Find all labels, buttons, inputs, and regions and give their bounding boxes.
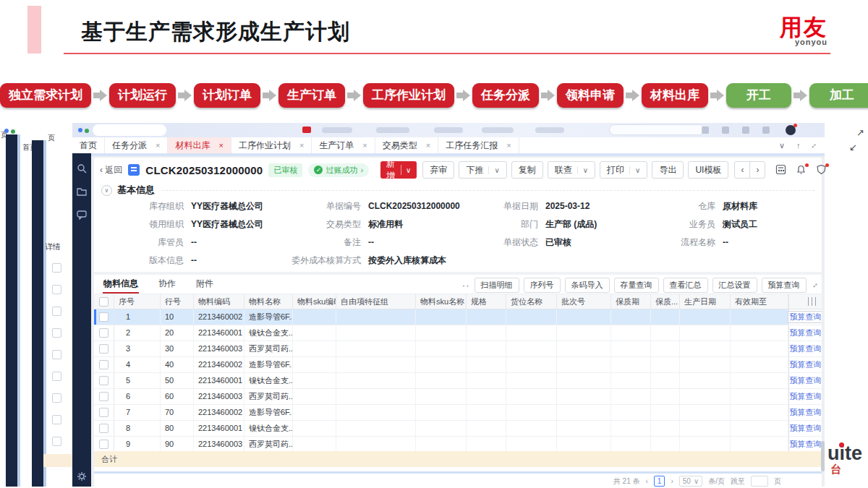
calculator-icon[interactable] (775, 164, 787, 176)
filter-icon[interactable] (808, 297, 816, 306)
grid-toolbar-button[interactable]: 条码导入 (565, 278, 610, 293)
page-size-select[interactable]: 50∨ (679, 476, 702, 487)
budget-query-link[interactable]: 预算查询 (790, 357, 822, 372)
back-button[interactable]: ‹ 返回 (100, 164, 122, 176)
column-header[interactable]: 规格 (467, 294, 506, 309)
column-header[interactable]: 物料名称 (244, 294, 293, 309)
row-checkbox[interactable] (94, 389, 114, 404)
jump-page-input[interactable] (751, 476, 768, 487)
toolbar-button[interactable]: 联查 ∨ (548, 161, 595, 179)
row-checkbox[interactable] (94, 373, 114, 388)
grid-toolbar-button[interactable]: 预算查询 (762, 278, 807, 293)
column-header[interactable]: 自由项特征组 (336, 294, 416, 309)
toolbar-button[interactable]: 下推 ∨ (459, 161, 506, 179)
column-filter-cell[interactable] (788, 294, 822, 309)
chevron-down-icon[interactable]: ∨ (779, 141, 785, 150)
budget-query-link[interactable]: 预算查询 (790, 373, 822, 388)
budget-query-link[interactable]: 预算查询 (790, 341, 822, 356)
new-button[interactable]: 新增∨ (380, 161, 417, 179)
shield-icon[interactable] (816, 164, 827, 176)
global-search-input[interactable] (609, 124, 705, 135)
grid-toolbar-button[interactable]: 存量查询 (614, 278, 659, 293)
budget-query-link[interactable]: 预算查询 (790, 405, 822, 420)
close-tab-icon[interactable]: × (362, 141, 367, 150)
budget-query-link[interactable]: 预算查询 (790, 437, 822, 451)
fullscreen-icon[interactable]: ↕ (811, 281, 820, 289)
column-header[interactable]: 物料sku名称 (416, 294, 467, 309)
table-row[interactable]: 9 90 2213460003 西罗莫司药... (94, 437, 822, 451)
budget-query-link[interactable]: 预算查询 (790, 325, 822, 341)
close-tab-icon[interactable]: × (506, 141, 511, 150)
chat-icon[interactable] (77, 210, 87, 220)
grid-toolbar-button[interactable]: 序列号 (524, 278, 561, 293)
prev-doc-button[interactable]: ‹ (734, 161, 750, 179)
row-checkbox[interactable] (94, 421, 114, 436)
column-header[interactable]: 保质期 (611, 294, 651, 309)
header-icon[interactable] (722, 127, 729, 134)
table-row[interactable]: 4 40 2213460002 造影导管6F... (94, 357, 822, 373)
prev-page-icon[interactable]: ‹ (646, 477, 648, 485)
collapse-icon[interactable]: ∨ (101, 185, 112, 196)
column-header[interactable]: 物料编码 (194, 294, 244, 309)
grid-tab[interactable]: 物料信息 (103, 275, 139, 294)
close-tab-icon[interactable]: × (299, 141, 304, 150)
row-checkbox[interactable] (94, 437, 114, 451)
column-header[interactable]: 行号 (161, 294, 194, 309)
table-row[interactable]: 3 30 2213460003 西罗莫司药... (94, 341, 822, 357)
grid-toolbar-button[interactable]: 扫描明细 (475, 278, 519, 293)
close-tab-icon[interactable]: × (156, 141, 160, 150)
row-checkbox[interactable] (94, 325, 114, 341)
close-tab-icon[interactable]: × (218, 141, 223, 150)
header-icon[interactable] (742, 127, 749, 134)
gear-icon[interactable] (77, 471, 87, 481)
next-doc-button[interactable]: › (749, 161, 765, 179)
grid-toolbar-button[interactable]: 查看汇总 (663, 278, 708, 293)
column-header[interactable]: 序号 (114, 294, 161, 309)
folder-icon[interactable] (77, 187, 87, 197)
row-checkbox[interactable] (94, 357, 114, 372)
table-row[interactable]: 5 50 2213460001 镍钛合金支... (94, 373, 822, 389)
chevron-down-icon[interactable]: ∨ (406, 166, 411, 174)
toolbar-button[interactable]: 弃审 ∨ (422, 161, 454, 179)
toolbar-button[interactable]: 打印 ∨ (600, 161, 647, 179)
budget-query-link[interactable]: 预算查询 (790, 421, 822, 436)
bell-icon[interactable] (796, 164, 807, 176)
header-icon[interactable] (762, 127, 770, 134)
window-tab[interactable]: 交易类型 × (375, 137, 438, 153)
column-header[interactable]: 保质... (651, 294, 680, 309)
table-row[interactable]: 6 60 2213460003 西罗莫司药... (94, 389, 822, 405)
expand-icon[interactable]: ↕ (809, 141, 818, 150)
posted-badge[interactable]: ✓ 过账成功 › (308, 163, 369, 177)
grid-toolbar-button[interactable]: 汇总设置 (712, 278, 757, 293)
current-page[interactable]: 1 (654, 476, 665, 487)
window-tab[interactable]: 生产订单 × (312, 137, 375, 153)
search-icon[interactable] (77, 163, 87, 174)
column-header[interactable]: 有效期至 (731, 294, 788, 309)
window-tab[interactable]: 工序作业计划 × (231, 137, 312, 153)
column-header[interactable]: 物料sku编码 (293, 294, 336, 309)
budget-query-link[interactable]: 预算查询 (790, 389, 822, 404)
window-tab[interactable]: 首页 × (72, 137, 105, 153)
toolbar-button[interactable]: 导出 ∨ (652, 161, 684, 179)
toolbar-button[interactable]: UI模板 ∨ (688, 161, 728, 179)
grid-tab[interactable]: 附件 (195, 275, 214, 294)
select-all-checkbox[interactable] (94, 294, 114, 309)
window-tab[interactable]: 材料出库 × (168, 137, 231, 153)
upload-icon[interactable]: ↑ (796, 141, 801, 150)
close-tab-icon[interactable]: × (426, 141, 430, 150)
grid-tab[interactable]: 协作 (158, 275, 176, 294)
table-row[interactable]: 2 20 2213460001 镍钛合金支... (94, 325, 822, 341)
header-icon[interactable] (702, 127, 709, 134)
budget-query-link[interactable]: 预算查询 (788, 311, 822, 323)
column-header[interactable]: 货位名称 (506, 294, 557, 309)
more-button[interactable]: ·· (462, 280, 470, 291)
row-checkbox[interactable] (94, 405, 114, 420)
window-tab[interactable]: 工序任务汇报 × (438, 137, 519, 153)
window-tab[interactable]: 任务分派 × (105, 137, 168, 153)
column-header[interactable]: 批次号 (557, 294, 611, 309)
table-row[interactable]: 1 10 2213460002 造影导管6F... (94, 309, 822, 325)
column-header[interactable]: 生产日期 (680, 294, 731, 309)
avatar[interactable] (786, 125, 796, 135)
row-checkbox[interactable] (94, 341, 114, 356)
table-row[interactable]: 7 70 2213460002 造影导管6F... (94, 405, 822, 421)
